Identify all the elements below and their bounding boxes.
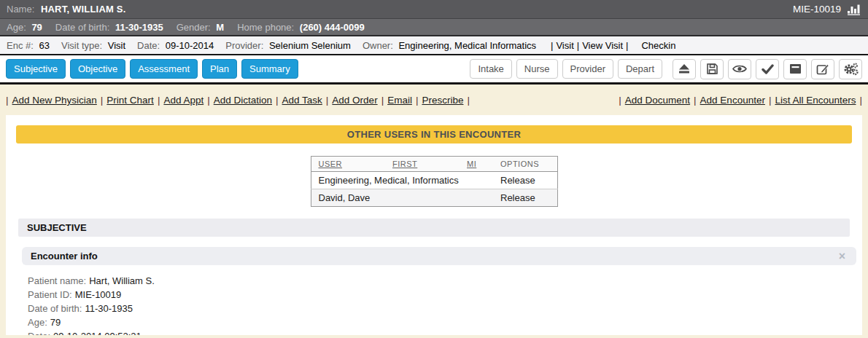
email-link[interactable]: Email: [387, 95, 412, 106]
provider-button[interactable]: Provider: [562, 59, 613, 79]
visit-link[interactable]: Visit: [556, 40, 573, 51]
other-users-table: USER FIRST MI OPTIONS Engineering, Medic…: [311, 156, 558, 207]
col-header-options: OPTIONS: [493, 157, 557, 172]
separator: |: [326, 95, 329, 106]
field-value: Hart, William S.: [89, 275, 155, 286]
provider-value: Selenium Selenium: [269, 40, 351, 51]
settings-button[interactable]: [839, 59, 862, 79]
separator: |: [694, 95, 697, 106]
field-row: Date of birth:11-30-1935: [28, 302, 862, 315]
add-order-link[interactable]: Add Order: [332, 95, 377, 106]
demographics-bar: Age: 79 Date of birth: 11-30-1935 Gender…: [0, 19, 868, 36]
user-name-cell: Engineering, Medical, Informatics: [311, 172, 493, 189]
dob-value: 11-30-1935: [115, 22, 163, 33]
add-document-link[interactable]: Add Document: [625, 95, 690, 106]
intake-button[interactable]: Intake: [470, 59, 511, 79]
owner-label: Owner:: [363, 40, 393, 51]
enc-number-label: Enc #:: [7, 40, 34, 51]
dob-label: Date of birth:: [55, 22, 109, 33]
field-value: 79: [50, 317, 61, 328]
patient-name: Name: HART, WILLIAM S.: [7, 4, 126, 15]
visit-type-label: Visit type:: [61, 40, 102, 51]
owner-pair: Owner: Engineering, Medical Informatics: [363, 40, 536, 51]
phone-value: (260) 444-0099: [300, 22, 365, 33]
provider-pair: Provider: Selenium Selenium: [225, 40, 351, 51]
tab-plan[interactable]: Plan: [202, 59, 237, 79]
field-label: Patient ID:: [28, 289, 72, 300]
gender-value: M: [216, 22, 224, 33]
quick-links-left: |Add New Physician|Print Chart|Add Appt|…: [6, 95, 470, 106]
user-name-cell: David, Dave: [311, 189, 493, 207]
provider-label: Provider:: [225, 40, 263, 51]
phone-label: Home phone:: [237, 22, 294, 33]
gears-icon: [843, 63, 859, 76]
prescribe-link[interactable]: Prescribe: [422, 95, 463, 106]
separator: |: [416, 95, 419, 106]
encounter-info-header: Encounter info ×: [22, 247, 856, 265]
patient-name-value: HART, WILLIAM S.: [41, 4, 126, 15]
other-users-banner: OTHER USERS IN THIS ENCOUNTER: [16, 125, 852, 144]
enc-date-label: Date:: [137, 40, 160, 51]
quick-links-row: |Add New Physician|Print Chart|Add Appt|…: [0, 84, 868, 115]
table-row: Engineering, Medical, Informatics Releas…: [311, 172, 557, 189]
gender-pair: Gender: M: [177, 22, 224, 33]
separator: |: [551, 40, 553, 51]
separator: |: [769, 95, 772, 106]
phone-pair: Home phone: (260) 444-0099: [237, 22, 365, 33]
depart-button[interactable]: Depart: [618, 59, 662, 79]
tab-assessment[interactable]: Assessment: [130, 59, 198, 79]
visit-type-pair: Visit type: Visit: [61, 40, 125, 51]
edit-button[interactable]: [811, 59, 834, 79]
col-header-mi[interactable]: MI: [460, 157, 493, 172]
table-row: David, Dave Release: [311, 189, 557, 207]
nurse-button[interactable]: Nurse: [516, 59, 558, 79]
col-header-user[interactable]: USER: [311, 157, 385, 172]
subjective-section-header: SUBJECTIVE: [18, 219, 850, 237]
sign-button[interactable]: [756, 59, 779, 79]
age-label: Age:: [7, 22, 26, 33]
add-appt-link[interactable]: Add Appt: [163, 95, 204, 106]
tab-subjective[interactable]: Subjective: [6, 59, 66, 79]
release-action[interactable]: Release: [493, 172, 557, 189]
separator: |: [158, 95, 160, 106]
add-new-physician-link[interactable]: Add New Physician: [12, 95, 97, 106]
field-value: 11-30-1935: [85, 303, 133, 314]
archive-button[interactable]: [783, 59, 807, 79]
add-dictation-link[interactable]: Add Dictation: [214, 95, 272, 106]
list-all-encounters-link[interactable]: List All Encounters: [775, 95, 856, 106]
separator: |: [381, 95, 384, 106]
toolbar-right: Intake Nurse Provider Depart: [465, 59, 862, 79]
tab-objective[interactable]: Objective: [70, 59, 125, 79]
field-label: Date:: [28, 331, 50, 335]
separator: |: [859, 95, 862, 106]
owner-value: Engineering, Medical Informatics: [398, 40, 536, 51]
visit-links: |Visit|View Visit|: [551, 40, 628, 51]
separator: |: [467, 95, 470, 106]
view-visit-link[interactable]: View Visit: [582, 40, 623, 51]
print-chart-link[interactable]: Print Chart: [106, 95, 154, 106]
dob-pair: Date of birth: 11-30-1935: [55, 22, 163, 33]
content-panel: OTHER USERS IN THIS ENCOUNTER USER FIRST…: [6, 115, 862, 335]
separator: |: [577, 40, 579, 51]
add-task-link[interactable]: Add Task: [282, 95, 322, 106]
add-encounter-link[interactable]: Add Encounter: [700, 95, 765, 106]
checkin-link[interactable]: Checkin: [641, 40, 675, 51]
soap-tabs: Subjective Objective Assessment Plan Sum…: [6, 59, 303, 79]
save-button[interactable]: [700, 59, 724, 79]
chart-flag-icon[interactable]: [847, 4, 861, 15]
view-button[interactable]: [728, 59, 751, 79]
eject-button[interactable]: [673, 59, 696, 79]
check-icon: [762, 64, 774, 74]
eye-icon: [732, 64, 747, 74]
gender-label: Gender:: [177, 22, 211, 33]
separator: |: [101, 95, 104, 106]
separator: |: [207, 95, 210, 106]
separator: |: [6, 95, 9, 106]
close-icon[interactable]: ×: [837, 252, 848, 261]
field-value: MIE-10019: [75, 289, 122, 300]
field-row: Date:09-10-2014 09:52:21: [28, 329, 862, 335]
tab-summary[interactable]: Summary: [241, 59, 298, 79]
release-action[interactable]: Release: [493, 189, 557, 207]
enc-number-pair: Enc #: 63: [7, 40, 50, 51]
col-header-first[interactable]: FIRST: [385, 157, 460, 172]
